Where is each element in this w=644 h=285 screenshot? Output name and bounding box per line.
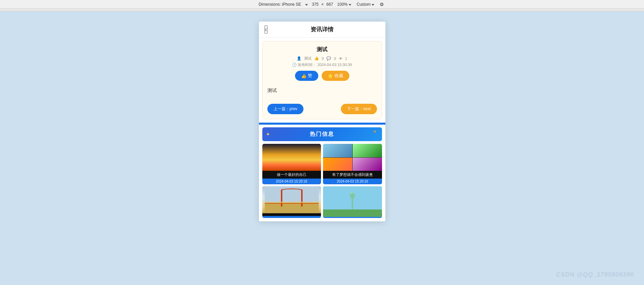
grid-cell-4 <box>353 158 382 171</box>
chevron-down-icon <box>305 2 308 7</box>
news-date <box>262 216 321 218</box>
watermark: CSDN @QQ_1795806396 <box>556 271 634 278</box>
news-item[interactable]: 做一个最好的自己 2024-04-03 15:20:16 <box>262 144 321 184</box>
page-header: ‹ 资讯详情 <box>259 22 385 38</box>
news-title <box>262 213 321 216</box>
back-button[interactable]: ‹ <box>264 25 268 34</box>
page-title: 资讯详情 <box>311 26 333 33</box>
hot-section-title: 热门信息 <box>310 131 334 138</box>
star-icon: ⭐ <box>328 73 333 78</box>
meta-views: 1 <box>345 57 347 61</box>
clock-icon: 🕐 <box>292 63 297 67</box>
collect-button[interactable]: ⭐ 收藏 <box>322 71 349 81</box>
settings-button[interactable]: ⚙ <box>378 1 385 8</box>
article-nav: 上一篇：prev 下一篇：next <box>267 104 377 114</box>
article-content: 测试 <box>267 85 377 98</box>
quote-mark-icon: ” <box>373 129 377 137</box>
dimensions-label: Dimensions: iPhone SE <box>259 2 301 7</box>
ruler <box>0 9 644 11</box>
news-image-city <box>262 144 321 171</box>
arrow-left-icon: ✦ <box>266 131 270 137</box>
news-item[interactable]: 有了梦想就不会感到疲惫 2024-04-03 15:20:16 <box>323 144 382 184</box>
thumb-up-icon: 👍 <box>301 73 306 78</box>
collect-label: 收藏 <box>334 73 343 79</box>
hot-section: ✦ 热门信息 ” 做一个最好的自己 2024-04-03 15:20:16 <box>259 127 385 221</box>
grid-cell-1 <box>323 144 352 157</box>
custom-dropdown[interactable]: Custom <box>355 1 376 7</box>
meta-author: 测试 <box>304 56 312 61</box>
dimensions-dropdown[interactable] <box>304 1 309 7</box>
hot-header: ✦ 热门信息 ” <box>262 127 382 141</box>
article-actions: 👍 赞 ⭐ 收藏 <box>267 71 377 81</box>
meta-likes-icon: 👍 <box>314 56 319 61</box>
publish-label: 发布时间： <box>298 63 316 67</box>
custom-chevron-icon <box>372 2 374 7</box>
news-item[interactable] <box>262 186 321 218</box>
like-button[interactable]: 👍 赞 <box>295 71 318 81</box>
like-label: 赞 <box>308 73 312 79</box>
article-card: 测试 👤 测试 👍 0 💬 0 👁 1 🕐 发布时间： 2024-04-03 1… <box>262 41 382 119</box>
news-item[interactable] <box>323 186 382 218</box>
next-button[interactable]: 下一篇：next <box>341 104 377 114</box>
grid-cell-2 <box>353 144 382 157</box>
top-toolbar: Dimensions: iPhone SE 375 × 667 100% Cus… <box>0 0 644 9</box>
article-title: 测试 <box>267 46 377 53</box>
news-title: 有了梦想就不会感到疲惫 <box>323 171 382 179</box>
news-image-liberty <box>323 186 382 213</box>
meta-likes: 0 <box>322 57 324 61</box>
zoom-chevron-icon <box>349 2 351 7</box>
news-grid: 做一个最好的自己 2024-04-03 15:20:16 有 <box>262 144 382 218</box>
zoom-dropdown[interactable]: 100% <box>336 1 353 7</box>
meta-views-icon: 👁 <box>339 57 343 61</box>
news-date: 2024-04-03 15:20:16 <box>262 179 321 184</box>
meta-comments-icon: 💬 <box>326 56 331 61</box>
news-date: 2024-04-03 15:20:16 <box>323 179 382 184</box>
custom-label: Custom <box>357 2 371 7</box>
svg-rect-1 <box>265 203 319 213</box>
settings-icon: ⚙ <box>380 2 384 7</box>
publish-time: 2024-04-03 15:30:39 <box>317 63 352 67</box>
phone-simulator: ‹ 资讯详情 测试 👤 测试 👍 0 💬 0 👁 1 🕐 发布时间： 2024-… <box>259 22 385 221</box>
separator-bar <box>259 123 385 125</box>
news-image-grid <box>323 144 382 171</box>
news-title: 做一个最好的自己 <box>262 171 321 179</box>
article-meta: 👤 测试 👍 0 💬 0 👁 1 <box>267 56 377 61</box>
meta-comments: 0 <box>334 57 336 61</box>
news-image-bridge <box>262 186 321 213</box>
prev-button[interactable]: 上一篇：prev <box>267 104 303 114</box>
width-value: 375 <box>312 2 319 7</box>
main-area: ‹ 资讯详情 测试 👤 测试 👍 0 💬 0 👁 1 🕐 发布时间： 2024-… <box>0 11 644 285</box>
x-separator: × <box>321 2 324 7</box>
meta-author-icon: 👤 <box>297 56 301 61</box>
svg-rect-7 <box>323 210 382 217</box>
article-time: 🕐 发布时间： 2024-04-03 15:30:39 <box>267 62 377 67</box>
zoom-label: 100% <box>337 2 348 7</box>
height-value: 667 <box>326 2 333 7</box>
grid-cell-3 <box>323 158 352 171</box>
svg-rect-5 <box>265 201 319 203</box>
